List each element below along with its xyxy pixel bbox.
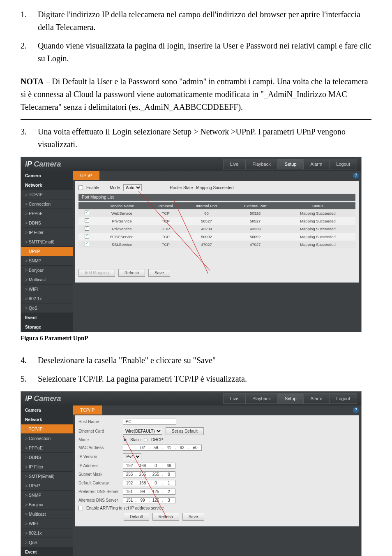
set-default-button[interactable]: Set as Default — [166, 427, 204, 435]
ipver-label: IP Version — [78, 454, 120, 459]
mac-label: MAC Address — [78, 445, 120, 450]
figure-6-screenshot: IP Camera Live Playback Setup Alarm Logo… — [21, 157, 362, 332]
help-icon[interactable]: ? — [353, 173, 359, 178]
breadcrumb: TCP/IP — [73, 405, 102, 415]
tab-logout[interactable]: Logout — [329, 393, 357, 404]
sidebar-item-ipfilter[interactable]: IP Filter — [21, 462, 73, 472]
tab-live[interactable]: Live — [223, 393, 245, 404]
sidebar: Camera Network TCP/IP Connection PPPoE D… — [21, 405, 73, 556]
sidebar-item-tcpip[interactable]: TCP/IP — [21, 190, 73, 199]
mask-input[interactable]: 255.255.255.0 — [123, 471, 175, 477]
help-icon[interactable]: ? — [353, 407, 359, 413]
dhcp-radio[interactable] — [144, 438, 148, 442]
mask-label: Subnet Mask — [78, 472, 120, 477]
save-button[interactable]: Save — [182, 513, 204, 521]
port-mapping-table: Service Name Protocol Internal Port Exte… — [78, 202, 355, 248]
figure-7-screenshot: IP Camera Live Playback Setup Alarm Logo… — [21, 391, 362, 556]
step-2: 2. Quando viene visualizzata la pagina d… — [21, 39, 371, 65]
ipaddr-input[interactable]: 192.168.0.69 — [123, 463, 175, 469]
app-brand: IP Camera — [25, 394, 223, 403]
mode-label: Mode — [110, 185, 120, 190]
default-button[interactable]: Default — [124, 513, 149, 521]
add-mapping-button[interactable]: Add Mapping — [78, 269, 115, 277]
sidebar-item-pppoe[interactable]: PPPoE — [21, 443, 73, 453]
table-row: WebServiceTCP8050326Mapping Succeeded — [78, 209, 355, 217]
sidebar-item-snmp[interactable]: SNMP — [21, 256, 73, 266]
sidebar-item-smtp[interactable]: SMTP(Email) — [21, 472, 73, 481]
mode-select[interactable]: Auto — [123, 184, 142, 191]
instruction-list: 3. Una volta effettuato il Login selezio… — [21, 125, 371, 151]
refresh-button[interactable]: Refresh — [118, 269, 145, 277]
col-external: External Port — [230, 202, 280, 209]
host-label: Host Name — [78, 419, 120, 424]
sidebar-item-8021x[interactable]: 802.1x — [21, 528, 73, 538]
tab-live[interactable]: Live — [223, 159, 245, 169]
tab-logout[interactable]: Logout — [329, 159, 357, 169]
breadcrumb: UPnP — [73, 171, 99, 180]
col-internal: Internal Port — [183, 202, 231, 209]
tab-playback[interactable]: Playback — [245, 393, 278, 404]
instruction-list: 4. Deselezionare la casella "Enable" e c… — [21, 354, 371, 385]
sidebar-item-upnp[interactable]: UPnP — [21, 481, 73, 491]
sidebar-item-qos[interactable]: QoS — [21, 303, 73, 313]
step-text: Una volta effettuato il Login selezionar… — [38, 125, 371, 151]
sidebar-item-wifi[interactable]: WIFI — [21, 519, 73, 528]
sidebar-item-bonjour[interactable]: Bonjour — [21, 266, 73, 275]
sidebar-item-ddns[interactable]: DDNS — [21, 453, 73, 462]
sidebar: Camera Network TCP/IP Connection PPPoE D… — [21, 171, 73, 332]
eth-label: Ethernet Card — [78, 429, 120, 433]
step-number: 5. — [21, 373, 38, 385]
note-text: – Di Default la User e la Password sono … — [21, 77, 368, 111]
main-panel: TCP/IP ? Host Name Ethernet Card Wire(DE… — [73, 405, 361, 556]
sidebar-item-tcpip[interactable]: TCP/IP — [21, 424, 73, 434]
main-panel: UPnP ? Enable Mode Auto Router State Map… — [73, 171, 361, 332]
sidebar-item-8021x[interactable]: 802.1x — [21, 294, 73, 303]
sidebar-item-upnp[interactable]: UPnP — [21, 247, 73, 256]
enable-checkbox[interactable] — [78, 185, 83, 190]
col-status: Status — [280, 202, 355, 209]
sidebar-item-wifi[interactable]: WIFI — [21, 285, 73, 294]
dns2-input[interactable]: 151.99.125.3 — [123, 497, 175, 503]
sidebar-item-event[interactable]: Event — [21, 547, 73, 556]
step-1: 1. Digitare l'indirizzo IP della telecam… — [21, 8, 371, 34]
sidebar-item-pppoe[interactable]: PPPoE — [21, 209, 73, 218]
sidebar-item-qos[interactable]: QoS — [21, 538, 73, 547]
host-input[interactable] — [123, 419, 176, 425]
dns1-label: Preferred DNS Server — [78, 489, 120, 494]
mode-label: Mode — [78, 438, 120, 442]
sidebar-item-bonjour[interactable]: Bonjour — [21, 500, 73, 510]
dns1-input[interactable]: 151.99.125.2 — [123, 489, 175, 495]
sidebar-item-network[interactable]: Network — [21, 181, 73, 190]
sidebar-item-multicast[interactable]: Multicast — [21, 275, 73, 285]
top-tabs: Live Playback Setup Alarm Logout — [223, 393, 357, 404]
tab-alarm[interactable]: Alarm — [304, 393, 330, 404]
ipaddr-label: IP Address — [78, 463, 120, 468]
sidebar-item-ddns[interactable]: DDNS — [21, 218, 73, 228]
tab-setup[interactable]: Setup — [278, 393, 304, 404]
app-topbar: IP Camera Live Playback Setup Alarm Logo… — [21, 157, 361, 171]
sidebar-item-multicast[interactable]: Multicast — [21, 510, 73, 519]
sidebar-item-camera[interactable]: Camera — [21, 171, 73, 181]
sidebar-item-event[interactable]: Event — [21, 313, 73, 322]
sidebar-item-camera[interactable]: Camera — [21, 405, 73, 415]
ipver-select[interactable]: IPv4 — [123, 453, 141, 460]
sidebar-item-ipfilter[interactable]: IP Filter — [21, 228, 73, 237]
sidebar-item-snmp[interactable]: SNMP — [21, 491, 73, 500]
dns2-label: Alternate DNS Server — [78, 498, 120, 503]
step-text: Digitare l'indirizzo IP della telecamera… — [38, 8, 371, 34]
sidebar-item-network[interactable]: Network — [21, 415, 73, 424]
sidebar-item-connection[interactable]: Connection — [21, 434, 73, 443]
tab-playback[interactable]: Playback — [245, 159, 278, 169]
sidebar-item-connection[interactable]: Connection — [21, 199, 73, 209]
step-number: 1. — [21, 8, 38, 34]
arp-checkbox[interactable] — [78, 506, 83, 510]
sidebar-item-storage[interactable]: Storage — [21, 322, 73, 332]
tab-setup[interactable]: Setup — [278, 159, 304, 169]
eth-select[interactable]: Wire(DEFAULT) — [123, 428, 162, 435]
step-number: 2. — [21, 39, 38, 65]
sidebar-item-smtp[interactable]: SMTP(Email) — [21, 237, 73, 247]
tab-alarm[interactable]: Alarm — [304, 159, 330, 169]
save-button[interactable]: Save — [148, 269, 170, 277]
table-row: PrivServiceUDP4323943239Mapping Succeede… — [78, 225, 355, 233]
step-text: Quando viene visualizzata la pagina di l… — [38, 39, 371, 65]
